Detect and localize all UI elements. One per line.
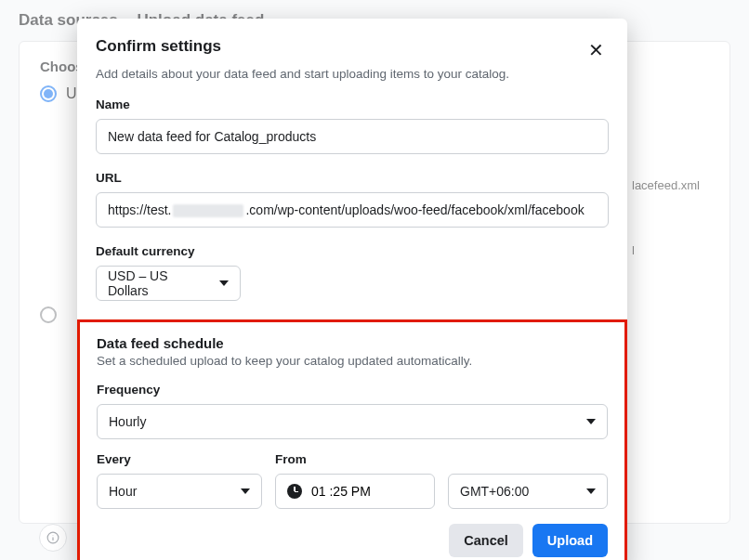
timezone-select[interactable]: GMT+06:00 (448, 474, 608, 509)
radio-icon (40, 306, 57, 323)
frequency-value: Hourly (109, 414, 146, 429)
frequency-select[interactable]: Hourly (97, 404, 608, 439)
close-icon: ✕ (588, 39, 604, 61)
chevron-down-icon (219, 280, 229, 286)
time-input[interactable]: 01 :25 PM (275, 474, 435, 509)
background-url-fragment: lacefeed.xml (632, 178, 700, 192)
every-select[interactable]: Hour (97, 474, 262, 509)
modal-subtitle: Add details about your data feed and sta… (77, 67, 627, 81)
from-label: From (275, 452, 608, 466)
frequency-label: Frequency (97, 383, 608, 397)
cancel-button[interactable]: Cancel (449, 524, 523, 557)
background-char: l (632, 243, 635, 257)
every-label: Every (97, 452, 262, 466)
timezone-value: GMT+06:00 (460, 484, 529, 499)
currency-value: USD – US Dollars (108, 268, 210, 298)
url-value-end: .com/wp-content/uploads/woo-feed/faceboo… (245, 202, 584, 217)
name-label: Name (96, 98, 609, 111)
svg-point-2 (53, 535, 54, 536)
schedule-subtitle: Set a scheduled upload to keep your cata… (97, 354, 608, 368)
name-value: New data feed for Catalog_products (108, 129, 316, 144)
radio-icon (40, 85, 57, 102)
modal-title: Confirm settings (96, 37, 221, 56)
currency-select[interactable]: USD – US Dollars (96, 266, 241, 301)
currency-label: Default currency (96, 244, 609, 258)
option-label: U (66, 85, 77, 102)
clock-icon (287, 484, 302, 499)
schedule-title: Data feed schedule (97, 335, 608, 351)
url-input[interactable]: https://test. .com/wp-content/uploads/wo… (96, 192, 609, 228)
name-input[interactable]: New data feed for Catalog_products (96, 119, 609, 154)
close-button[interactable]: ✕ (583, 37, 609, 63)
url-redacted (173, 204, 243, 217)
chevron-down-icon (241, 488, 250, 494)
time-value: 01 :25 PM (311, 484, 371, 499)
chevron-down-icon (586, 488, 596, 494)
every-value: Hour (109, 484, 137, 499)
schedule-section: Data feed schedule Set a scheduled uploa… (77, 319, 627, 560)
info-icon (46, 531, 59, 544)
url-value-start: https://test. (108, 202, 171, 217)
chevron-down-icon (586, 419, 596, 424)
upload-button[interactable]: Upload (532, 524, 608, 557)
url-label: URL (96, 171, 609, 185)
confirm-settings-modal: Confirm settings ✕ Add details about you… (77, 19, 627, 560)
help-button[interactable] (39, 524, 67, 552)
